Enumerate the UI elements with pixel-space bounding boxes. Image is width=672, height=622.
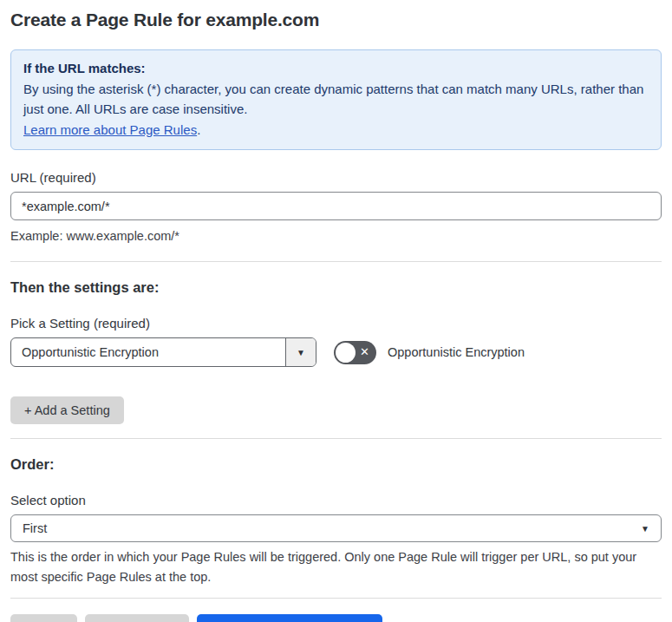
divider [10, 438, 662, 439]
chevron-down-icon: ▼ [297, 348, 305, 357]
url-match-info-box: If the URL matches: By using the asteris… [10, 49, 662, 150]
page-title: Create a Page Rule for example.com [10, 10, 662, 30]
order-helper-text: This is the order in which your Page Rul… [10, 547, 656, 586]
info-box-heading: If the URL matches: [23, 58, 649, 79]
info-box-body: By using the asterisk (*) character, you… [23, 79, 649, 141]
order-select[interactable]: First ▼ [10, 514, 662, 542]
learn-more-link[interactable]: Learn more about Page Rules [23, 122, 197, 137]
footer-actions: Cancel Save as Draft Save and Deploy Pag… [10, 614, 662, 622]
save-and-deploy-button[interactable]: Save and Deploy Page Rule [197, 614, 382, 622]
opportunistic-encryption-toggle[interactable]: ✕ [334, 341, 376, 364]
order-section-heading: Order: [10, 456, 662, 473]
url-section: URL (required) Example: www.example.com/… [10, 170, 662, 246]
order-select-value: First [23, 521, 47, 535]
chevron-down-icon: ▼ [641, 524, 649, 534]
toggle-label: Opportunistic Encryption [388, 345, 525, 359]
setting-select-arrow-button[interactable]: ▼ [285, 338, 316, 366]
setting-select[interactable]: Opportunistic Encryption ▼ [10, 337, 316, 367]
url-field-label: URL (required) [10, 170, 662, 185]
cancel-button[interactable]: Cancel [10, 614, 77, 622]
save-as-draft-button[interactable]: Save as Draft [85, 614, 189, 622]
pick-setting-label: Pick a Setting (required) [10, 316, 662, 331]
url-example-helper: Example: www.example.com/* [10, 226, 662, 246]
order-select-label: Select option [10, 493, 662, 507]
setting-select-value: Opportunistic Encryption [11, 338, 285, 366]
create-page-rule-form: Create a Page Rule for example.com If th… [0, 0, 672, 622]
settings-section-heading: Then the settings are: [10, 279, 662, 296]
toggle-off-x-icon: ✕ [360, 346, 369, 357]
url-input[interactable] [10, 192, 662, 220]
divider [10, 261, 662, 262]
toggle-knob [336, 343, 356, 363]
setting-row: Opportunistic Encryption ▼ ✕ Opportunist… [10, 337, 662, 367]
add-setting-button[interactable]: + Add a Setting [10, 396, 124, 424]
divider [10, 598, 662, 599]
link-period: . [197, 122, 200, 137]
